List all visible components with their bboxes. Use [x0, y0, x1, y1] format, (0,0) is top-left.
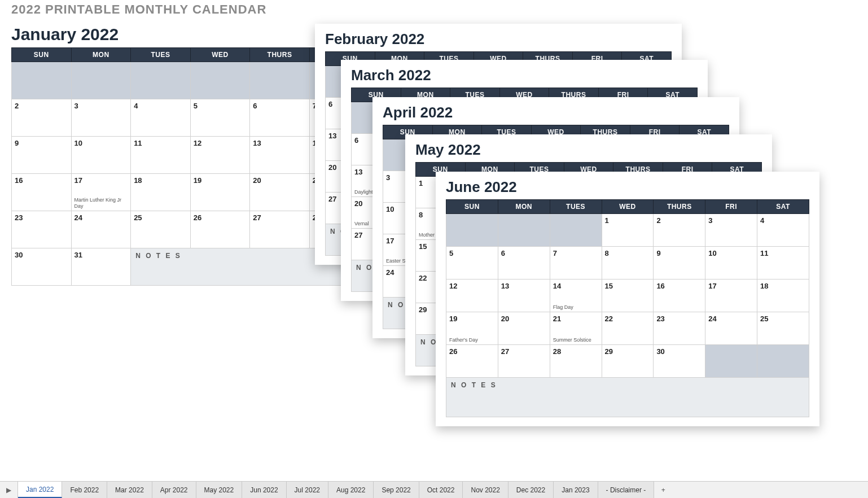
calendar-cell[interactable]: 29 [602, 345, 654, 378]
calendar-cell[interactable]: 5 [190, 99, 250, 137]
sheet-tab[interactable]: Aug 2022 [328, 482, 374, 498]
sheet-tab[interactable]: Oct 2022 [419, 482, 463, 498]
day-number: 12 [449, 282, 495, 290]
day-header: SUN [12, 48, 72, 62]
calendar-cell[interactable]: 8 [602, 247, 654, 279]
calendar-cell[interactable]: 6 [498, 247, 550, 279]
day-header: THURS [250, 48, 310, 62]
sheet-tab[interactable]: - Disclaimer - [598, 482, 655, 498]
calendar-cell[interactable]: 11 [131, 137, 191, 174]
calendar-cell[interactable] [498, 214, 550, 247]
calendar-cell[interactable]: 3 [705, 214, 757, 247]
calendar-cell[interactable]: 26 [190, 211, 250, 248]
calendar-cell[interactable]: 6 [250, 99, 310, 137]
sheet-tab[interactable]: May 2022 [196, 482, 243, 498]
calendar-cell[interactable]: 10 [705, 247, 757, 279]
day-number: 13 [501, 282, 547, 290]
calendar-cell[interactable]: 25 [131, 211, 191, 248]
calendar-cell[interactable]: 17Martin Luther King Jr Day [71, 174, 131, 211]
calendar-cell[interactable]: 28 [550, 345, 602, 378]
day-header: SAT [757, 200, 809, 214]
month-title-february: February 2022 [325, 30, 672, 48]
day-number: 3 [74, 102, 128, 110]
sheet-tab[interactable]: Nov 2022 [463, 482, 508, 498]
day-number: 8 [605, 249, 651, 257]
day-number: 5 [194, 102, 247, 110]
calendar-cell[interactable] [71, 62, 131, 99]
calendar-cell[interactable]: 7 [550, 247, 602, 279]
calendar-cell[interactable]: 4 [131, 99, 191, 137]
day-header: SUN [446, 200, 498, 214]
calendar-cell[interactable]: 20 [250, 174, 310, 211]
sheet-tab[interactable]: Sep 2022 [374, 482, 419, 498]
sheet-tab[interactable]: Dec 2022 [508, 482, 554, 498]
day-number: 17 [708, 282, 754, 290]
calendar-cell[interactable]: 23 [654, 312, 705, 345]
calendar-cell[interactable]: 12 [190, 137, 250, 174]
calendar-cell[interactable]: 13 [250, 137, 310, 174]
calendar-cell[interactable] [550, 214, 602, 247]
calendar-cell[interactable]: 16 [12, 174, 72, 211]
calendar-cell[interactable]: 15 [602, 279, 654, 312]
calendar-cell[interactable]: 3 [71, 99, 131, 137]
calendar-cell[interactable]: 17 [705, 279, 757, 312]
day-header: MON [498, 200, 550, 214]
calendar-cell[interactable]: 20 [498, 312, 550, 345]
calendar-cell[interactable] [757, 345, 809, 378]
calendar-cell[interactable]: 9 [654, 247, 705, 279]
calendar-cell[interactable]: 5 [446, 247, 498, 279]
calendar-cell[interactable]: 10 [71, 137, 131, 174]
calendar-cell[interactable] [705, 345, 757, 378]
calendar-cell[interactable]: 27 [250, 211, 310, 248]
day-number: 1 [605, 216, 651, 225]
sheet-tab[interactable]: Apr 2022 [152, 482, 196, 498]
calendar-cell[interactable]: 25 [757, 312, 809, 345]
calendar-cell[interactable]: 24 [705, 312, 757, 345]
day-number: 22 [605, 314, 651, 323]
calendar-cell[interactable]: 27 [498, 345, 550, 378]
calendar-grid-june: SUNMONTUESWEDTHURSFRISAT1234567891011121… [446, 199, 809, 417]
calendar-cell[interactable]: 11 [757, 247, 809, 279]
calendar-cell[interactable]: 1 [602, 214, 654, 247]
day-number: 9 [15, 139, 68, 147]
add-sheet-button[interactable]: + [654, 482, 672, 498]
calendar-cell[interactable]: 30 [654, 345, 705, 378]
tab-nav-button[interactable]: ▶ [0, 482, 18, 498]
calendar-cell[interactable]: 9 [12, 137, 72, 174]
calendar-cell[interactable] [446, 214, 498, 247]
sheet-tab[interactable]: Feb 2022 [62, 482, 107, 498]
calendar-cell[interactable]: 13 [498, 279, 550, 312]
calendar-cell[interactable] [12, 62, 72, 99]
calendar-cell[interactable]: 2 [654, 214, 705, 247]
calendar-cell[interactable]: 22 [602, 312, 654, 345]
calendar-cell[interactable]: 14Flag Day [550, 279, 602, 312]
calendar-cell[interactable]: 18 [757, 279, 809, 312]
day-number: 12 [194, 139, 247, 147]
sheet-tab[interactable]: Mar 2022 [107, 482, 152, 498]
calendar-cell[interactable]: 24 [71, 211, 131, 248]
sheet-tab[interactable]: Jan 2023 [554, 482, 598, 498]
notes-cell[interactable]: N O T E S [446, 378, 809, 417]
calendar-cell[interactable]: 4 [757, 214, 809, 247]
calendar-cell[interactable]: 26 [446, 345, 498, 378]
calendar-cell[interactable]: 30 [12, 248, 72, 286]
calendar-cell[interactable]: 21Summer Solstice [550, 312, 602, 345]
sheet-tab[interactable]: Jan 2022 [18, 482, 62, 498]
day-number: 24 [74, 213, 128, 222]
calendar-cell[interactable]: 19 [190, 174, 250, 211]
day-number: 7 [553, 249, 599, 257]
sheet-tab[interactable]: Jul 2022 [287, 482, 328, 498]
calendar-cell[interactable]: 18 [131, 174, 191, 211]
calendar-cell[interactable]: 23 [12, 211, 72, 248]
calendar-cell[interactable] [131, 62, 191, 99]
calendar-cell[interactable]: 12 [446, 279, 498, 312]
sheet-tab[interactable]: Jun 2022 [242, 482, 286, 498]
calendar-cell[interactable] [190, 62, 250, 99]
day-number: 2 [656, 216, 702, 225]
calendar-cell[interactable]: 19Father's Day [446, 312, 498, 345]
calendar-cell[interactable] [250, 62, 310, 99]
calendar-cell[interactable]: 2 [12, 99, 72, 137]
calendar-cell[interactable]: 31 [71, 248, 131, 286]
event-label: Martin Luther King Jr Day [74, 197, 128, 209]
calendar-cell[interactable]: 16 [654, 279, 705, 312]
